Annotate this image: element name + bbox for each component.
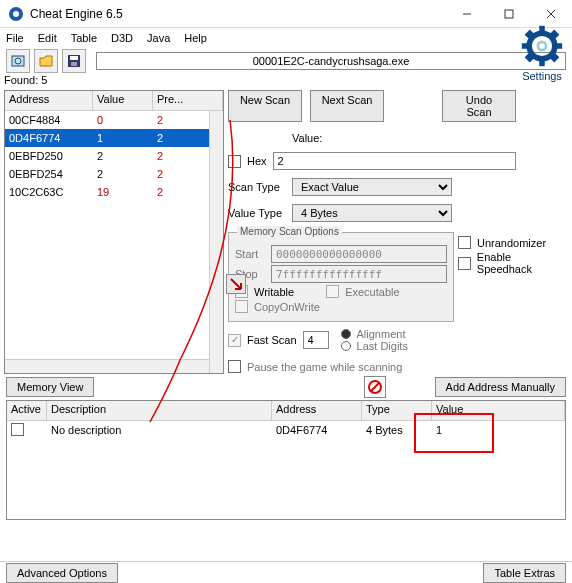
process-name-box: 00001E2C-candycrushsaga.exe bbox=[96, 52, 566, 70]
memory-scan-options-frame: Memory Scan Options Start Stop Writable … bbox=[228, 232, 454, 322]
results-grid[interactable]: Address Value Pre... 00CF4884020D4F67741… bbox=[4, 90, 224, 374]
speedhack-checkbox[interactable] bbox=[458, 257, 471, 270]
annotation-redbox bbox=[414, 413, 494, 453]
memory-view-button[interactable]: Memory View bbox=[6, 377, 94, 397]
results-header: Address Value Pre... bbox=[5, 91, 223, 111]
window-title: Cheat Engine 6.5 bbox=[30, 7, 446, 21]
speedhack-label: Enable Speedhack bbox=[477, 251, 568, 275]
lastdigits-radio[interactable] bbox=[341, 341, 351, 351]
unrandomizer-label: Unrandomizer bbox=[477, 237, 546, 249]
executable-checkbox[interactable] bbox=[326, 285, 339, 298]
svg-rect-15 bbox=[555, 43, 562, 49]
scantype-label: Scan Type bbox=[228, 181, 286, 193]
unrandomizer-checkbox[interactable] bbox=[458, 236, 471, 249]
svg-rect-12 bbox=[539, 26, 545, 33]
value-input[interactable] bbox=[273, 152, 516, 170]
col-active[interactable]: Active bbox=[7, 401, 47, 420]
pause-label: Pause the game while scanning bbox=[247, 361, 402, 373]
scrollbar-horizontal[interactable] bbox=[5, 359, 209, 373]
writable-label: Writable bbox=[254, 286, 294, 298]
title-bar: Cheat Engine 6.5 bbox=[0, 0, 572, 28]
results-row[interactable]: 10C2C63C192 bbox=[5, 183, 223, 201]
hex-checkbox[interactable] bbox=[228, 155, 241, 168]
executable-label: Executable bbox=[345, 286, 399, 298]
mso-legend: Memory Scan Options bbox=[237, 226, 342, 237]
new-scan-button[interactable]: New Scan bbox=[228, 90, 302, 122]
results-row[interactable]: 0D4F677412 bbox=[5, 129, 223, 147]
start-label: Start bbox=[235, 248, 265, 260]
valuetype-label: Value Type bbox=[228, 207, 286, 219]
active-checkbox[interactable] bbox=[11, 423, 24, 436]
results-row[interactable]: 0EBFD25422 bbox=[5, 165, 223, 183]
scrollbar-vertical[interactable] bbox=[209, 111, 223, 373]
alignment-label: Alignment bbox=[357, 328, 406, 340]
col-value[interactable]: Value bbox=[93, 91, 153, 110]
pause-checkbox[interactable] bbox=[228, 360, 241, 373]
app-icon bbox=[8, 6, 24, 22]
next-scan-button[interactable]: Next Scan bbox=[310, 90, 384, 122]
open-process-button[interactable] bbox=[6, 49, 30, 73]
hex-label: Hex bbox=[247, 155, 267, 167]
results-row[interactable]: 0EBFD25022 bbox=[5, 147, 223, 165]
col-ct-address[interactable]: Address bbox=[272, 401, 362, 420]
fastscan-checkbox[interactable] bbox=[228, 334, 241, 347]
fastscan-label: Fast Scan bbox=[247, 334, 297, 346]
menu-d3d[interactable]: D3D bbox=[111, 32, 133, 44]
lastdigits-label: Last Digits bbox=[357, 340, 408, 352]
menu-file[interactable]: File bbox=[6, 32, 24, 44]
ct-desc[interactable]: No description bbox=[47, 424, 272, 436]
save-button[interactable] bbox=[62, 49, 86, 73]
menu-edit[interactable]: Edit bbox=[38, 32, 57, 44]
undo-scan-button[interactable]: Undo Scan bbox=[442, 90, 516, 122]
add-to-list-button[interactable] bbox=[226, 274, 246, 294]
menu-java[interactable]: Java bbox=[147, 32, 170, 44]
fastscan-input[interactable] bbox=[303, 331, 329, 349]
svg-point-1 bbox=[13, 11, 19, 17]
table-extras-button[interactable]: Table Extras bbox=[483, 563, 566, 583]
svg-rect-13 bbox=[539, 59, 545, 66]
svg-rect-14 bbox=[522, 43, 529, 49]
found-count: Found: 5 bbox=[4, 74, 224, 90]
col-description[interactable]: Description bbox=[47, 401, 272, 420]
svg-line-23 bbox=[371, 383, 379, 391]
add-address-manually-button[interactable]: Add Address Manually bbox=[435, 377, 566, 397]
ct-addr[interactable]: 0D4F6774 bbox=[272, 424, 362, 436]
col-previous[interactable]: Pre... bbox=[153, 91, 223, 110]
copyonwrite-label: CopyOnWrite bbox=[254, 301, 320, 313]
menu-bar: File Edit Table D3D Java Help bbox=[0, 28, 572, 48]
alignment-radio[interactable] bbox=[341, 329, 351, 339]
clear-list-button[interactable] bbox=[364, 376, 386, 398]
col-address[interactable]: Address bbox=[5, 91, 93, 110]
results-row[interactable]: 00CF488402 bbox=[5, 111, 223, 129]
stop-input[interactable] bbox=[271, 265, 447, 283]
svg-point-21 bbox=[539, 43, 545, 49]
svg-rect-3 bbox=[505, 10, 513, 18]
svg-rect-9 bbox=[70, 56, 78, 60]
svg-rect-10 bbox=[71, 62, 77, 66]
copyonwrite-checkbox[interactable] bbox=[235, 300, 248, 313]
open-file-button[interactable] bbox=[34, 49, 58, 73]
minimize-button[interactable] bbox=[446, 0, 488, 28]
toolbar: 00001E2C-candycrushsaga.exe bbox=[0, 48, 572, 74]
menu-table[interactable]: Table bbox=[71, 32, 97, 44]
start-input[interactable] bbox=[271, 245, 447, 263]
advanced-options-button[interactable]: Advanced Options bbox=[6, 563, 118, 583]
menu-help[interactable]: Help bbox=[184, 32, 207, 44]
scantype-select[interactable]: Exact Value bbox=[292, 178, 452, 196]
value-label: Value: bbox=[292, 132, 322, 144]
process-name: 00001E2C-candycrushsaga.exe bbox=[253, 55, 410, 67]
valuetype-select[interactable]: 4 Bytes bbox=[292, 204, 452, 222]
